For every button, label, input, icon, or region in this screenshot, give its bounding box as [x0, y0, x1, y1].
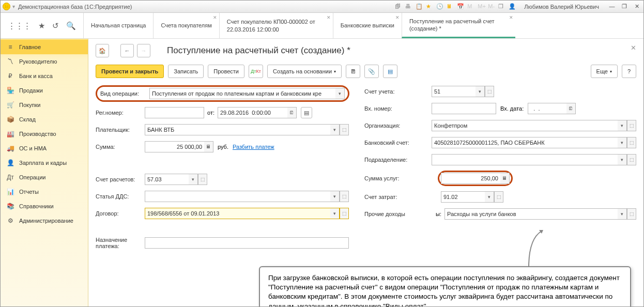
create-on-basis-button[interactable]: Создать на основании ▾: [267, 65, 342, 78]
close-doc-button[interactable]: ✕: [631, 44, 636, 52]
sum-input[interactable]: [145, 141, 204, 152]
open-button[interactable]: ⬚: [485, 86, 494, 97]
tab-close-icon[interactable]: ✕: [395, 15, 400, 20]
open-button[interactable]: ⬚: [627, 208, 636, 220]
calc-button[interactable]: 🖩: [500, 173, 510, 184]
calc-button[interactable]: 🖩: [204, 141, 213, 152]
forward-button[interactable]: →: [137, 44, 150, 57]
sidebar-item-operations[interactable]: ДтОперации: [1, 170, 88, 185]
contract-input[interactable]: [145, 208, 330, 219]
reg-number-input[interactable]: [145, 107, 204, 118]
sidebar-item-reports[interactable]: 📊Отчеты: [1, 185, 88, 199]
tab-invoice-doc[interactable]: Счет покупателю КП00-000002 от 22.03.201…: [219, 13, 333, 38]
minimize-button[interactable]: —: [607, 3, 617, 10]
window-icon[interactable]: ❐: [498, 3, 505, 10]
bank-acc-input[interactable]: [432, 137, 618, 148]
dropdown-button[interactable]: ▾: [330, 191, 340, 202]
calendar-icon[interactable]: 📅: [457, 3, 464, 10]
post-and-close-button[interactable]: Провести и закрыть: [96, 65, 164, 78]
sidebar-item-admin[interactable]: ⚙Администрирование: [1, 213, 88, 228]
open-button[interactable]: ⬚: [198, 174, 207, 185]
toolbar-icon[interactable]: 🗐: [395, 3, 402, 10]
tab-close-icon[interactable]: ✕: [213, 15, 217, 20]
maximize-button[interactable]: ❐: [620, 3, 629, 10]
tab-close-icon[interactable]: ✕: [327, 15, 331, 20]
division-input[interactable]: [432, 154, 618, 165]
tab-invoices[interactable]: Счета покупателям✕: [153, 13, 219, 38]
dropdown-button[interactable]: ▾: [485, 191, 494, 203]
calendar-button[interactable]: 🗓: [566, 103, 576, 114]
dropdown-button[interactable]: ▾: [618, 120, 627, 131]
org-input[interactable]: [432, 120, 618, 131]
open-button[interactable]: ⬚: [627, 154, 636, 165]
sidebar-item-assets[interactable]: 🚚ОС и НМА: [1, 141, 88, 156]
dropdown-button[interactable]: ▾: [476, 86, 485, 97]
calculator-icon[interactable]: 🖩: [447, 3, 454, 10]
m-icon[interactable]: M: [467, 3, 474, 10]
favorite-icon[interactable]: ★: [38, 21, 45, 30]
account-calc-input[interactable]: [145, 174, 189, 185]
m-plus-icon[interactable]: M+: [478, 3, 485, 10]
dropdown-button[interactable]: ▾: [330, 208, 340, 219]
open-button[interactable]: ⬚: [340, 191, 349, 202]
payer-input[interactable]: [145, 124, 330, 135]
dropdown-button[interactable]: ▾: [618, 208, 627, 220]
home-button[interactable]: 🏠: [96, 44, 109, 57]
open-button[interactable]: ⬚: [340, 208, 349, 219]
tab-bank[interactable]: Банковские выписки✕: [333, 13, 402, 38]
dropdown-button[interactable]: ▾: [618, 154, 627, 165]
toolbar-icon[interactable]: 🖶: [405, 3, 412, 10]
dtkt-button[interactable]: ДтКт: [249, 65, 263, 78]
purpose-input[interactable]: [145, 237, 349, 249]
help-button[interactable]: ?: [622, 65, 636, 78]
sidebar-item-main[interactable]: ≡Главное: [1, 40, 88, 54]
sidebar-item-warehouse[interactable]: 📦Склад: [1, 112, 88, 127]
attach-button[interactable]: 📎: [364, 65, 379, 78]
sidebar-item-purchases[interactable]: 🛒Покупки: [1, 98, 88, 112]
report-button[interactable]: 🖹: [346, 65, 360, 78]
open-button[interactable]: ⬚: [494, 191, 503, 203]
back-button[interactable]: ←: [120, 44, 134, 57]
account-input[interactable]: [432, 86, 476, 97]
open-button[interactable]: ⬚: [627, 120, 636, 131]
sidebar-item-catalogs[interactable]: 📚Справочники: [1, 199, 88, 213]
m-minus-icon[interactable]: M-: [488, 3, 495, 10]
history-icon[interactable]: ↺: [52, 21, 59, 30]
dropdown-button[interactable]: ▾: [618, 137, 627, 148]
toolbar-icon[interactable]: 🕓: [436, 3, 443, 10]
tab-receipt[interactable]: Поступление на расчетный счет (создание)…: [402, 13, 515, 38]
dropdown-button[interactable]: ▾: [189, 174, 198, 185]
list-button[interactable]: ▤: [383, 65, 397, 78]
dropdown-button[interactable]: ▾: [335, 88, 345, 99]
sidebar-item-manager[interactable]: 〽Руководителю: [1, 54, 88, 69]
close-button[interactable]: ✕: [632, 3, 641, 10]
expense-kind-input[interactable]: [444, 208, 618, 220]
post-button[interactable]: Провести: [208, 65, 244, 78]
tab-close-icon[interactable]: ✕: [509, 15, 513, 20]
sidebar-item-hr[interactable]: 👤Зарплата и кадры: [1, 156, 88, 170]
star-icon[interactable]: ★: [426, 3, 433, 10]
apps-icon[interactable]: ⋮⋮⋮: [8, 21, 31, 30]
service-sum-input[interactable]: [441, 173, 500, 184]
sidebar-item-sales[interactable]: 🏪Продажи: [1, 83, 88, 98]
sidebar-item-production[interactable]: 🏭Производство: [1, 127, 88, 141]
calendar-button[interactable]: 🗓: [287, 107, 297, 118]
toolbar-icon[interactable]: 📋: [416, 3, 423, 10]
dropdown-button[interactable]: ▾: [330, 124, 340, 135]
open-button[interactable]: ⬚: [627, 137, 636, 148]
tab-start[interactable]: Начальная страница: [83, 13, 153, 38]
search-icon[interactable]: 🔍: [66, 21, 76, 30]
list-icon[interactable]: ▤: [301, 107, 312, 118]
dds-input[interactable]: [145, 191, 330, 202]
save-button[interactable]: Записать: [168, 65, 204, 78]
sidebar-item-bank[interactable]: ₽Банк и касса: [1, 69, 88, 83]
open-button[interactable]: ⬚: [340, 124, 349, 135]
split-payment-link[interactable]: Разбить платеж: [233, 144, 274, 150]
operation-type-input[interactable]: [149, 88, 335, 99]
cost-acc-input[interactable]: [441, 191, 485, 203]
in-date-input[interactable]: [528, 103, 566, 114]
date-input[interactable]: [218, 107, 287, 118]
in-number-input[interactable]: [432, 103, 496, 114]
menu-dropdown-icon[interactable]: ▾: [12, 4, 15, 9]
more-button[interactable]: Еще ▾: [591, 65, 618, 78]
